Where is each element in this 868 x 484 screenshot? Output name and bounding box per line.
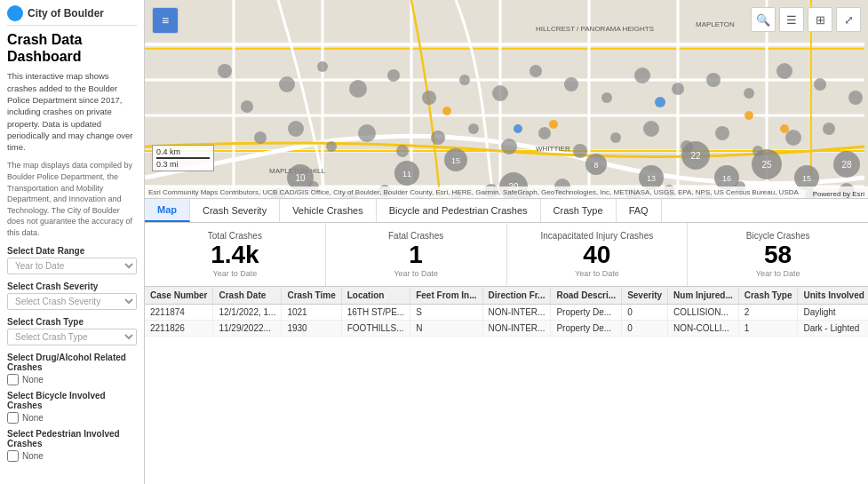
- fatal-crashes-title: Fatal Crashes: [388, 231, 443, 241]
- table-cell: 12/1/2022, 1...: [213, 304, 282, 320]
- svg-point-60: [358, 124, 376, 142]
- col-crash-time: Crash Time: [282, 287, 341, 305]
- table-cell: NON-COLLI...: [668, 320, 739, 336]
- tab-crash-type[interactable]: Crash Type: [541, 199, 617, 222]
- svg-text:28: 28: [841, 160, 852, 170]
- col-severity: Severity: [622, 287, 668, 305]
- drug-alcohol-checkbox[interactable]: [7, 374, 19, 385]
- crash-type-select[interactable]: Select Crash Type: [7, 329, 137, 345]
- svg-point-65: [538, 127, 551, 139]
- map-credit: The map displays data compiled by Boulde…: [7, 160, 137, 238]
- pedestrian-checkbox[interactable]: [7, 450, 19, 462]
- data-table-container[interactable]: Case Number Crash Date Crash Time Locati…: [145, 287, 868, 485]
- pedestrian-value: None: [22, 451, 44, 461]
- main-content: HILLCREST / PANORAMA HEIGHTS MAPLETON MA…: [145, 0, 868, 484]
- col-case-number: Case Number: [145, 287, 213, 305]
- tab-map[interactable]: Map: [145, 199, 190, 222]
- map-attribution: Esri Community Maps Contributors, UCB CA…: [145, 186, 868, 198]
- table-cell: 16TH ST/PE...: [341, 304, 410, 320]
- crash-severity-filter: Select Crash Severity Select Crash Sever…: [7, 282, 137, 310]
- col-location: Location: [341, 287, 410, 305]
- list-view-button[interactable]: ☰: [779, 7, 804, 32]
- app-title: Crash Data Dashboard: [7, 31, 137, 65]
- svg-text:22: 22: [690, 151, 701, 161]
- scale-km: 0.4 km: [156, 147, 210, 156]
- table-cell: Property De...: [551, 320, 622, 336]
- svg-point-58: [288, 121, 304, 137]
- fatal-crashes-subtitle: Year to Date: [394, 269, 438, 278]
- svg-point-48: [564, 77, 578, 91]
- svg-text:15: 15: [451, 156, 460, 165]
- table-cell: Dark - Lighted: [798, 320, 868, 336]
- crash-severity-select[interactable]: Select Crash Severity: [7, 293, 137, 310]
- table-cell: NON-INTER...: [482, 320, 551, 336]
- col-num-injured: Num Injured...: [668, 287, 739, 305]
- svg-point-52: [706, 73, 721, 87]
- svg-point-44: [422, 91, 436, 105]
- svg-point-40: [279, 76, 295, 92]
- incapacitated-subtitle: Year to Date: [575, 269, 619, 278]
- svg-point-116: [514, 124, 522, 133]
- crash-data-table: Case Number Crash Date Crash Time Locati…: [145, 287, 868, 337]
- svg-point-61: [396, 145, 409, 157]
- col-units: Units Involved: [798, 287, 868, 305]
- date-range-filter: Select Date Range Year to Date: [7, 246, 137, 274]
- expand-button[interactable]: ⤢: [836, 7, 861, 32]
- table-cell: 1930: [282, 320, 341, 336]
- grid-view-button[interactable]: ⊞: [808, 7, 832, 32]
- table-cell: 1021: [282, 304, 341, 320]
- svg-point-45: [459, 75, 470, 85]
- svg-text:10: 10: [295, 173, 306, 183]
- total-crashes-value: 1.4k: [211, 242, 259, 267]
- tab-faq[interactable]: FAQ: [617, 199, 662, 222]
- table-cell: COLLISION...: [668, 304, 739, 320]
- svg-point-54: [776, 63, 792, 79]
- svg-text:MAPLETON: MAPLETON: [696, 20, 735, 28]
- map-widget-button[interactable]: ≡: [152, 7, 179, 34]
- incapacitated-title: Incapacitated Injury Crashes: [541, 231, 654, 241]
- fatal-crashes-card: Fatal Crashes 1 Year to Date: [326, 223, 507, 286]
- city-title: City of Boulder: [28, 7, 104, 20]
- pedestrian-label: Select Pedestrian Involved Crashes: [7, 429, 137, 448]
- svg-point-70: [715, 126, 729, 140]
- svg-point-72: [785, 130, 801, 146]
- svg-point-62: [431, 131, 445, 145]
- table-body: 221187412/1/2022, 1...102116TH ST/PE...S…: [145, 304, 868, 336]
- crash-type-filter: Select Crash Type Select Crash Type: [7, 317, 137, 345]
- svg-point-49: [601, 92, 612, 103]
- crash-severity-label: Select Crash Severity: [7, 282, 137, 291]
- search-button[interactable]: 🔍: [751, 7, 776, 32]
- svg-point-73: [823, 123, 835, 135]
- table-row[interactable]: 221182611/29/2022...1930FOOTHILLS...NNON…: [145, 320, 868, 336]
- tab-bicycle-pedestrian[interactable]: Bicycle and Pedestrian Crashes: [377, 199, 541, 222]
- table-cell: S: [410, 304, 482, 320]
- svg-point-117: [745, 111, 753, 120]
- map-scale: 0.4 km 0.3 mi: [152, 145, 214, 171]
- svg-point-39: [241, 100, 253, 113]
- stats-row: Total Crashes 1.4k Year to Date Fatal Cr…: [145, 223, 868, 287]
- svg-point-51: [672, 83, 684, 95]
- table-cell: 1: [738, 320, 798, 336]
- bicycle-subtitle: Year to Date: [756, 269, 800, 278]
- svg-point-115: [655, 97, 665, 107]
- map-container[interactable]: HILLCREST / PANORAMA HEIGHTS MAPLETON MA…: [145, 0, 868, 198]
- svg-text:16: 16: [722, 174, 731, 183]
- table-cell: FOOTHILLS...: [341, 320, 410, 336]
- map-navigation: ≡: [152, 7, 179, 34]
- table-row[interactable]: 221187412/1/2022, 1...102116TH ST/PE...S…: [145, 304, 868, 320]
- table-cell: Property De...: [551, 304, 622, 320]
- svg-text:WHITTIER: WHITTIER: [536, 145, 570, 153]
- svg-text:HILLCREST / PANORAMA HEIGHTS: HILLCREST / PANORAMA HEIGHTS: [536, 25, 654, 33]
- tab-crash-severity[interactable]: Crash Severity: [190, 199, 280, 222]
- svg-point-59: [326, 141, 337, 152]
- drug-alcohol-label: Select Drug/Alcohol Related Crashes: [7, 353, 137, 372]
- svg-point-56: [848, 91, 863, 105]
- drug-alcohol-filter: Select Drug/Alcohol Related Crashes None: [7, 353, 137, 385]
- scale-mi: 0.3 mi: [156, 160, 210, 169]
- sidebar: City of Boulder Crash Data Dashboard Thi…: [0, 0, 145, 484]
- tab-vehicle-crashes[interactable]: Vehicle Crashes: [280, 199, 377, 222]
- date-range-select[interactable]: Year to Date: [7, 258, 137, 274]
- svg-point-118: [780, 124, 789, 133]
- svg-point-38: [218, 64, 232, 78]
- bicycle-checkbox[interactable]: [7, 412, 19, 424]
